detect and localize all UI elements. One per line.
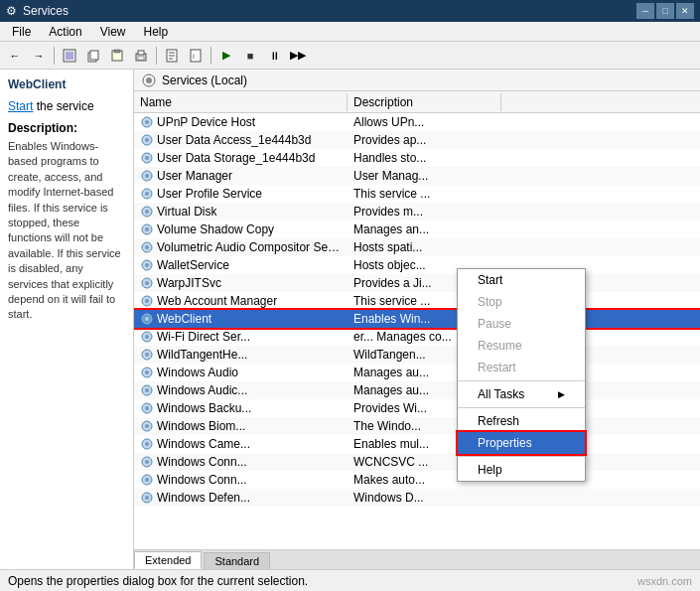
- svg-point-42: [145, 335, 149, 339]
- svg-point-26: [145, 192, 149, 196]
- toolbar-paste[interactable]: [106, 45, 128, 67]
- service-row[interactable]: User Data Storage_1e444b3dHandles sto...: [134, 149, 700, 167]
- toolbar-play[interactable]: ▶: [215, 45, 237, 67]
- maximize-button[interactable]: □: [656, 3, 674, 19]
- context-menu-item-label: Properties: [478, 436, 532, 450]
- service-icon: [140, 348, 154, 362]
- context-menu-item-help[interactable]: Help: [458, 459, 585, 481]
- svg-point-18: [145, 120, 149, 124]
- svg-point-48: [145, 388, 149, 392]
- service-row[interactable]: WildTangentHe...WildTangen...: [134, 346, 700, 364]
- status-text: Opens the properties dialog box for the …: [8, 574, 308, 588]
- service-desc-cell: Provides ap...: [348, 132, 501, 148]
- toolbar-stop[interactable]: ■: [239, 45, 261, 67]
- toolbar-restart[interactable]: ▶▶: [287, 45, 309, 67]
- toolbar-forward[interactable]: →: [28, 45, 50, 67]
- service-desc-cell: User Manag...: [348, 168, 501, 184]
- service-row[interactable]: Windows Biom...The Windo...: [134, 417, 700, 435]
- tab-extended[interactable]: Extended: [134, 551, 202, 569]
- service-icon: [140, 205, 154, 219]
- toolbar-up[interactable]: [59, 45, 80, 67]
- tab-standard[interactable]: Standard: [204, 552, 270, 569]
- svg-point-56: [145, 460, 149, 464]
- toolbar-doc2[interactable]: i: [185, 45, 207, 67]
- svg-rect-7: [138, 51, 144, 55]
- status-bar: Opens the properties dialog box for the …: [0, 569, 700, 591]
- service-name-cell: WalletService: [134, 257, 348, 273]
- service-desc-cell: This service ...: [348, 186, 501, 202]
- service-row[interactable]: Windows Audic...Manages au...: [134, 381, 700, 399]
- service-name-cell: Windows Came...: [134, 436, 348, 452]
- right-panel: Services (Local) Name Description UPnP D…: [134, 70, 700, 569]
- context-menu-item-label: Pause: [478, 317, 511, 331]
- service-row[interactable]: Windows AudioManages au...: [134, 364, 700, 381]
- menu-action[interactable]: Action: [41, 23, 89, 41]
- title-bar: ⚙ Services ─ □ ✕: [0, 0, 700, 22]
- service-name-cell: WebClient: [134, 311, 348, 327]
- service-row[interactable]: WalletServiceHosts objec...: [134, 256, 700, 274]
- svg-rect-8: [138, 57, 144, 60]
- toolbar-doc1[interactable]: [161, 45, 183, 67]
- service-row[interactable]: Windows Conn...Makes auto...: [134, 471, 700, 489]
- context-menu-item-refresh[interactable]: Refresh: [458, 410, 585, 432]
- menu-view[interactable]: View: [92, 23, 134, 41]
- context-menu-item-properties[interactable]: Properties: [458, 432, 585, 454]
- service-row[interactable]: Windows Backu...Provides Wi...: [134, 399, 700, 417]
- service-name-text: Volumetric Audio Compositor Service: [157, 240, 342, 254]
- service-name-cell: Windows Backu...: [134, 400, 348, 416]
- service-name-text: Windows Conn...: [157, 455, 247, 469]
- service-name-cell: Windows Conn...: [134, 454, 348, 470]
- service-row[interactable]: WebClientEnables Win...: [134, 310, 700, 328]
- toolbar-back[interactable]: ←: [4, 45, 26, 67]
- svg-point-54: [145, 442, 149, 446]
- service-icon: [140, 222, 154, 236]
- svg-point-28: [145, 210, 149, 214]
- main-container: WebClient Start the service Description:…: [0, 70, 700, 569]
- service-row[interactable]: UPnP Device HostAllows UPn...: [134, 113, 700, 131]
- svg-rect-3: [90, 51, 98, 60]
- minimize-button[interactable]: ─: [636, 3, 654, 19]
- service-row[interactable]: Virtual DiskProvides m...: [134, 203, 700, 221]
- svg-point-38: [145, 299, 149, 303]
- service-icon: [140, 419, 154, 433]
- svg-text:i: i: [193, 52, 195, 61]
- service-desc-cell: Windows D...: [348, 490, 501, 506]
- menu-help[interactable]: Help: [136, 23, 177, 41]
- service-row[interactable]: Windows Defen...Windows D...: [134, 489, 700, 507]
- toolbar-print[interactable]: [130, 45, 152, 67]
- left-panel: WebClient Start the service Description:…: [0, 70, 134, 569]
- service-row[interactable]: Windows Came...Enables mul...: [134, 435, 700, 453]
- service-description: Enables Windows-based programs to create…: [8, 139, 125, 323]
- context-menu-item-label: Help: [478, 463, 502, 477]
- context-menu-item-all-tasks[interactable]: All Tasks▶: [458, 383, 585, 405]
- toolbar-copy[interactable]: [82, 45, 104, 67]
- service-name-text: Virtual Disk: [157, 205, 216, 219]
- start-service-suffix: the service: [33, 99, 93, 113]
- service-row[interactable]: Web Account ManagerThis service ...: [134, 292, 700, 310]
- toolbar-pause[interactable]: ⏸: [263, 45, 285, 67]
- service-row[interactable]: WarpJITSvcProvides a Ji...: [134, 274, 700, 292]
- service-row[interactable]: User ManagerUser Manag...: [134, 167, 700, 185]
- toolbar-sep-3: [210, 47, 211, 65]
- service-row[interactable]: Volumetric Audio Compositor ServiceHosts…: [134, 238, 700, 256]
- service-icon: [140, 330, 154, 344]
- service-row[interactable]: User Profile ServiceThis service ...: [134, 185, 700, 203]
- service-icon: [140, 455, 154, 469]
- service-icon: [140, 312, 154, 326]
- tab-strip: Extended Standard: [134, 549, 700, 569]
- service-row[interactable]: Volume Shadow CopyManages an...: [134, 221, 700, 238]
- service-name-text: Windows Backu...: [157, 401, 251, 415]
- toolbar: ← → i ▶ ■ ⏸ ▶▶: [0, 42, 700, 70]
- context-menu: StartStopPauseResumeRestartAll Tasks▶Ref…: [457, 268, 586, 482]
- services-list[interactable]: UPnP Device HostAllows UPn...User Data A…: [134, 113, 700, 549]
- menu-file[interactable]: File: [4, 23, 39, 41]
- service-name-cell: Web Account Manager: [134, 293, 348, 309]
- close-button[interactable]: ✕: [676, 3, 694, 19]
- context-menu-item-start[interactable]: Start: [458, 269, 585, 291]
- service-desc-cell: Manages an...: [348, 222, 501, 237]
- service-row[interactable]: Wi-Fi Direct Ser...er... Manages co...: [134, 328, 700, 346]
- context-menu-item-label: Refresh: [478, 414, 519, 428]
- service-row[interactable]: Windows Conn...WCNCSVC ...: [134, 453, 700, 471]
- service-row[interactable]: User Data Access_1e444b3dProvides ap...: [134, 131, 700, 149]
- start-service-link[interactable]: Start: [8, 99, 33, 113]
